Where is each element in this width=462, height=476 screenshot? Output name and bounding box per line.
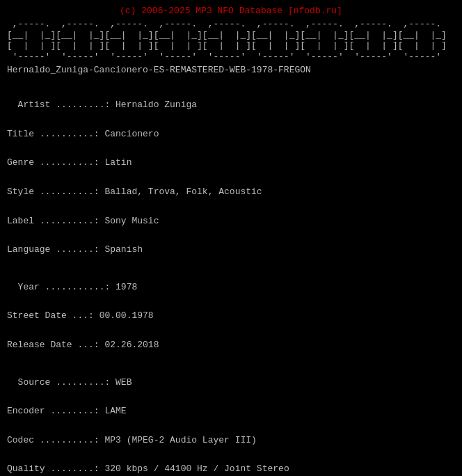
copyright: (c) 2006-2025 MP3 NFO Database [nfodb.ru… bbox=[7, 6, 455, 16]
quality-value: 320 kbps / 44100 Hz / Joint Stereo bbox=[104, 463, 289, 474]
street-date-value: 00.00.1978 bbox=[99, 310, 154, 321]
street-date-label: Street Date ...: bbox=[7, 310, 94, 321]
source-value: WEB bbox=[116, 377, 132, 388]
codec-label: Codec ..........: bbox=[7, 435, 99, 445]
label-label: Label ..........: bbox=[7, 216, 99, 226]
dates-block: Year ...........: 1978 Street Date ...: … bbox=[7, 266, 455, 353]
technical-block: Source .........: WEB Encoder ........: … bbox=[7, 361, 455, 476]
title-label: Title ..........: bbox=[7, 129, 99, 139]
year-label: Year ...........: bbox=[18, 282, 111, 292]
genre-label: Genre ..........: bbox=[7, 157, 99, 168]
language-label: Language .......: bbox=[7, 244, 99, 255]
label-value: Sony Music bbox=[104, 216, 159, 226]
genre-value: Latin bbox=[104, 157, 132, 168]
release-date-value: 02.26.2018 bbox=[104, 340, 159, 350]
info-block: Artist .........: Hernaldo Zuniga Title … bbox=[7, 84, 455, 257]
encoder-label: Encoder ........: bbox=[7, 406, 99, 416]
ascii-art: ,-----. ,-----. ,-----. ,-----. ,-----. … bbox=[7, 19, 455, 62]
source-label: Source .........: bbox=[18, 377, 111, 388]
encoder-value: LAME bbox=[104, 406, 126, 416]
title-value: Cancionero bbox=[104, 129, 159, 139]
artist-label: Artist .........: bbox=[18, 100, 111, 110]
year-value: 1978 bbox=[116, 282, 137, 292]
quality-label: Quality ........: bbox=[7, 463, 99, 474]
language-value: Spanish bbox=[104, 244, 143, 255]
artist-value: Hernaldo Zuniga bbox=[116, 100, 197, 110]
release-date-label: Release Date ...: bbox=[7, 340, 99, 350]
codec-value: MP3 (MPEG-2 Audio Layer III) bbox=[104, 435, 256, 445]
style-value: Ballad, Trova, Folk, Acoustic bbox=[104, 187, 262, 197]
style-label: Style ..........: bbox=[7, 187, 99, 197]
filename: Hernaldo_Zuniga-Cancionero-ES-REMASTERED… bbox=[7, 65, 455, 75]
